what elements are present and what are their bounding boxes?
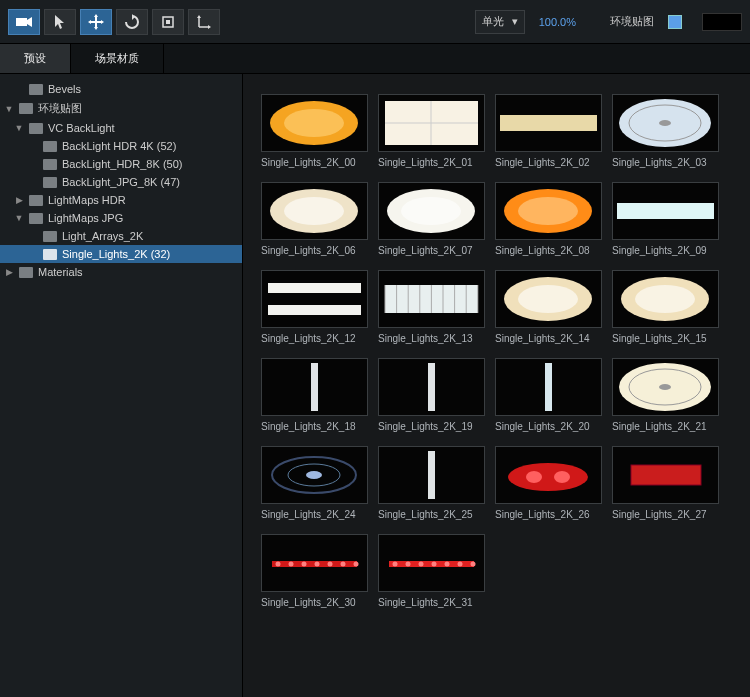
tree-item[interactable]: BackLight_JPG_8K (47) <box>0 173 242 191</box>
zoom-value[interactable]: 100.0% <box>539 16 576 28</box>
thumbnail-preview <box>495 182 602 240</box>
camera-tool-button[interactable] <box>8 9 40 35</box>
thumbnail-label: Single_Lights_2K_13 <box>378 333 485 344</box>
thumbnail-preview <box>495 94 602 152</box>
svg-rect-8 <box>500 115 597 131</box>
axis-tool-button[interactable] <box>188 9 220 35</box>
svg-point-53 <box>302 562 307 567</box>
thumbnail-label: Single_Lights_2K_19 <box>378 421 485 432</box>
thumbnail-label: Single_Lights_2K_08 <box>495 245 602 256</box>
folder-icon <box>43 141 57 152</box>
pointer-tool-button[interactable] <box>44 9 76 35</box>
thumbnail-item[interactable]: Single_Lights_2K_00 <box>261 94 368 168</box>
thumbnail-label: Single_Lights_2K_20 <box>495 421 602 432</box>
thumbnail-label: Single_Lights_2K_12 <box>261 333 368 344</box>
thumbnail-label: Single_Lights_2K_27 <box>612 509 719 520</box>
thumbnail-item[interactable]: Single_Lights_2K_27 <box>612 446 719 520</box>
svg-rect-44 <box>428 451 435 499</box>
expand-arrow-icon: ▶ <box>14 195 24 205</box>
thumbnail-item[interactable]: Single_Lights_2K_01 <box>378 94 485 168</box>
tree-item[interactable]: ▶Materials <box>0 263 242 281</box>
thumbnail-label: Single_Lights_2K_26 <box>495 509 602 520</box>
thumbnail-label: Single_Lights_2K_25 <box>378 509 485 520</box>
folder-icon <box>43 159 57 170</box>
env-map-slot[interactable] <box>702 13 742 31</box>
thumbnail-item[interactable]: Single_Lights_2K_19 <box>378 358 485 432</box>
thumbnail-label: Single_Lights_2K_14 <box>495 333 602 344</box>
tree-item[interactable]: ▼VC BackLight <box>0 119 242 137</box>
thumbnail-item[interactable]: Single_Lights_2K_21 <box>612 358 719 432</box>
rotate-tool-button[interactable] <box>116 9 148 35</box>
main-toolbar: 单光 ▾ 100.0% 环境贴图 <box>0 0 750 44</box>
thumbnail-item[interactable]: Single_Lights_2K_06 <box>261 182 368 256</box>
folder-icon <box>29 195 43 206</box>
thumbnail-preview <box>261 446 368 504</box>
tree-item-label: BackLight_JPG_8K (47) <box>62 176 180 188</box>
thumbnail-item[interactable]: Single_Lights_2K_09 <box>612 182 719 256</box>
folder-icon <box>29 84 43 95</box>
svg-point-65 <box>471 562 476 567</box>
tree-item[interactable]: Bevels <box>0 80 242 98</box>
thumbnail-preview <box>378 358 485 416</box>
env-map-checkbox[interactable] <box>668 15 682 29</box>
thumbnail-item[interactable]: Single_Lights_2K_20 <box>495 358 602 432</box>
expand-arrow-icon: ▼ <box>14 213 24 223</box>
thumbnail-item[interactable]: Single_Lights_2K_14 <box>495 270 602 344</box>
svg-point-63 <box>445 562 450 567</box>
svg-rect-18 <box>617 203 714 219</box>
light-mode-dropdown[interactable]: 单光 ▾ <box>475 10 525 34</box>
svg-point-64 <box>458 562 463 567</box>
thumbnail-item[interactable]: Single_Lights_2K_15 <box>612 270 719 344</box>
thumbnail-item[interactable]: Single_Lights_2K_08 <box>495 182 602 256</box>
thumbnail-item[interactable]: Single_Lights_2K_30 <box>261 534 368 608</box>
svg-rect-19 <box>268 283 361 293</box>
thumbnail-preview <box>612 270 719 328</box>
crop-tool-button[interactable] <box>152 9 184 35</box>
tree-item[interactable]: BackLight HDR 4K (52) <box>0 137 242 155</box>
svg-point-45 <box>508 463 588 491</box>
svg-point-47 <box>554 471 570 483</box>
tab-scene-material[interactable]: 场景材质 <box>71 44 164 73</box>
folder-icon <box>43 177 57 188</box>
thumbnail-label: Single_Lights_2K_06 <box>261 245 368 256</box>
folder-icon <box>29 213 43 224</box>
tree-item[interactable]: ▼环境贴图 <box>0 98 242 119</box>
thumbnail-item[interactable]: Single_Lights_2K_12 <box>261 270 368 344</box>
thumbnail-label: Single_Lights_2K_02 <box>495 157 602 168</box>
tree-item-label: Materials <box>38 266 83 278</box>
svg-point-11 <box>659 120 671 126</box>
svg-rect-20 <box>268 305 361 315</box>
tree-item[interactable]: Light_Arrays_2K <box>0 227 242 245</box>
thumbnail-item[interactable]: Single_Lights_2K_13 <box>378 270 485 344</box>
tree-item-label: 环境贴图 <box>38 101 82 116</box>
tab-preset[interactable]: 预设 <box>0 44 71 73</box>
svg-point-51 <box>276 562 281 567</box>
thumbnail-item[interactable]: Single_Lights_2K_31 <box>378 534 485 608</box>
thumbnail-preview <box>612 94 719 152</box>
folder-icon <box>43 249 57 260</box>
thumbnail-preview <box>378 534 485 592</box>
tree-item[interactable]: ▶LightMaps HDR <box>0 191 242 209</box>
tree-item[interactable]: Single_Lights_2K (32) <box>0 245 242 263</box>
thumbnail-item[interactable]: Single_Lights_2K_18 <box>261 358 368 432</box>
thumbnail-preview <box>261 270 368 328</box>
tree-item-label: Single_Lights_2K (32) <box>62 248 170 260</box>
thumbnail-item[interactable]: Single_Lights_2K_24 <box>261 446 368 520</box>
tree-item[interactable]: ▼LightMaps JPG <box>0 209 242 227</box>
svg-rect-48 <box>631 465 701 485</box>
move-tool-button[interactable] <box>80 9 112 35</box>
tree-item-label: BackLight HDR 4K (52) <box>62 140 176 152</box>
thumbnail-item[interactable]: Single_Lights_2K_07 <box>378 182 485 256</box>
thumbnail-item[interactable]: Single_Lights_2K_26 <box>495 446 602 520</box>
thumbnail-item[interactable]: Single_Lights_2K_25 <box>378 446 485 520</box>
thumbnail-item[interactable]: Single_Lights_2K_02 <box>495 94 602 168</box>
svg-point-15 <box>401 197 461 225</box>
expand-arrow-icon: ▼ <box>14 123 24 133</box>
thumbnail-label: Single_Lights_2K_09 <box>612 245 719 256</box>
thumbnail-preview <box>261 94 368 152</box>
svg-point-32 <box>518 285 578 313</box>
thumbnail-preview <box>612 446 719 504</box>
thumbnail-label: Single_Lights_2K_31 <box>378 597 485 608</box>
thumbnail-item[interactable]: Single_Lights_2K_03 <box>612 94 719 168</box>
tree-item[interactable]: BackLight_HDR_8K (50) <box>0 155 242 173</box>
